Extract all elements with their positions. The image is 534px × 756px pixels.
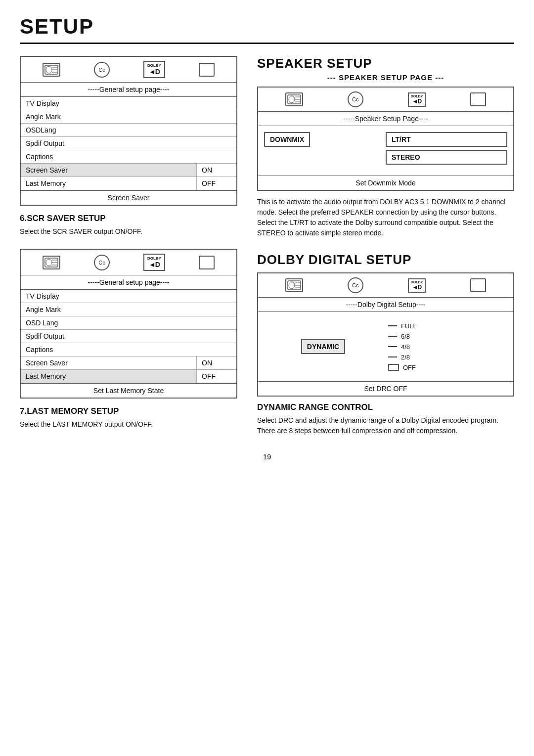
last-memory-title: 7.LAST MEMORY SETUP	[20, 406, 237, 416]
table-row: OSD Lang	[21, 316, 236, 330]
speaker-grid: DOWNMIX LT/RT STEREO	[258, 126, 513, 176]
speaker-setup-title: SPEAKER SETUP	[257, 56, 514, 71]
left-column: Cc DOLBY ◄D -----General setup page---- …	[20, 56, 237, 438]
row-angle-mark: Angle Mark	[21, 110, 236, 123]
small-box-icon-2	[199, 256, 215, 269]
list-item: OFF	[388, 362, 508, 373]
speaker-description: This is to activate the audio output fro…	[257, 197, 514, 238]
table-row: Last Memory OFF	[21, 370, 236, 383]
cc-icon-1: Cc	[94, 62, 110, 78]
range-tick	[388, 325, 397, 326]
cc-icon-2: Cc	[94, 255, 110, 270]
speaker-setup-section: SPEAKER SETUP --- SPEAKER SETUP PAGE ---	[257, 56, 514, 238]
dolby-screen-icons: Cc DOLBY ◄D	[258, 273, 513, 298]
right-column: SPEAKER SETUP --- SPEAKER SETUP PAGE ---	[257, 56, 514, 438]
svg-point-6	[46, 259, 52, 266]
table-row: Angle Mark	[21, 110, 236, 124]
disc-icon-dolby	[285, 278, 303, 292]
dolby-screen: Cc DOLBY ◄D -----Dolby Digital Setup----…	[257, 272, 514, 397]
disc-icon-sp	[285, 92, 303, 106]
screen1-footer: Screen Saver	[21, 190, 236, 205]
row-screen-saver: Screen Saver	[21, 164, 197, 177]
list-item: FULL	[388, 321, 508, 331]
small-box-icon-sp	[470, 92, 486, 106]
row-tv-display-2: TV Display	[21, 290, 236, 303]
row-osd-lang: OSD Lang	[21, 316, 236, 329]
range-list: FULL 6/8 4/8 2/8	[388, 321, 508, 373]
list-item: 6/8	[388, 331, 508, 342]
lt-rt-button: LT/RT	[386, 132, 507, 147]
row-spdif: Spdif Output	[21, 137, 236, 150]
dolby-icon-1: DOLBY ◄D	[143, 61, 165, 78]
table-row: TV Display	[21, 290, 236, 303]
table-row: Spdif Output	[21, 137, 236, 150]
speaker-screen-header: -----Speaker Setup Page----	[258, 112, 513, 126]
table-row: OSDLang	[21, 124, 236, 137]
range-off: OFF	[403, 364, 416, 371]
row-screen-saver-2: Screen Saver	[21, 356, 197, 369]
dolby-screen-header: -----Dolby Digital Setup----	[258, 298, 513, 312]
stereo-button: STEREO	[386, 150, 507, 165]
dynamic-range-title: DYNAMIC RANGE CONTROL	[257, 402, 514, 412]
screen1-header: -----General setup page----	[21, 83, 236, 97]
last-memory-body: Select the LAST MEMORY output ON/OFF.	[20, 419, 237, 430]
dolby-setup-title: DOLBY DIGITAL SETUP	[257, 252, 514, 267]
disc-icon-1	[43, 63, 60, 77]
svg-point-16	[289, 282, 295, 289]
range-6-8: 6/8	[401, 333, 410, 340]
dolby-icon-2: DOLBY ◄D	[143, 254, 165, 271]
table-row: Captions	[21, 343, 236, 356]
dolby-screen-footer: Set DRC OFF	[258, 381, 513, 396]
range-off-box	[388, 364, 399, 371]
small-box-icon-1	[199, 63, 215, 77]
row-captions-2: Captions	[21, 343, 236, 356]
dynamic-range-control-section: DYNAMIC RANGE CONTROL Select DRC and adj…	[257, 402, 514, 436]
table-row: TV Display	[21, 97, 236, 110]
range-4-8: 4/8	[401, 343, 410, 351]
dolby-icon-dolby: DOLBY ◄D	[408, 278, 426, 293]
cc-icon-sp: Cc	[348, 91, 363, 107]
screen-box-2: Cc DOLBY ◄D -----General setup page---- …	[20, 249, 237, 399]
speaker-screen-icons: Cc DOLBY ◄D	[258, 88, 513, 112]
downmix-button: DOWNMIX	[264, 132, 310, 147]
screen2-header: -----General setup page----	[21, 275, 236, 290]
speaker-screen-footer: Set Downmix Mode	[258, 176, 513, 190]
row-angle-mark-2: Angle Mark	[21, 303, 236, 316]
speaker-right-options: LT/RT STEREO	[386, 132, 507, 165]
table-row: Spdif Output	[21, 330, 236, 343]
row-osdlang: OSDLang	[21, 124, 236, 136]
svg-point-1	[46, 66, 52, 73]
screen2-footer: Set Last Memory State	[21, 383, 236, 398]
row-last-memory-2: Last Memory	[21, 370, 197, 383]
row-captions: Captions	[21, 150, 236, 163]
screen-box-1: Cc DOLBY ◄D -----General setup page---- …	[20, 56, 237, 206]
dynamic-range-body: Select DRC and adjust the dynamic range …	[257, 415, 514, 436]
page-number: 19	[20, 452, 514, 461]
table-row: Captions	[21, 150, 236, 164]
cc-icon-dolby: Cc	[348, 277, 363, 293]
dolby-icon-sp: DOLBY ◄D	[408, 92, 426, 107]
screen-icons-1: Cc DOLBY ◄D	[21, 57, 236, 83]
last-memory-value-2: OFF	[197, 370, 236, 383]
list-item: 2/8	[388, 352, 508, 362]
scr-saver-section: 6.SCR SAVER SETUP Select the SCR SAVER o…	[20, 214, 237, 237]
screen-icons-2: Cc DOLBY ◄D	[21, 250, 236, 275]
dolby-grid: DYNAMIC FULL 6/8 4/8	[258, 312, 513, 381]
dynamic-button: DYNAMIC	[301, 339, 345, 354]
screen-saver-value: ON	[197, 164, 236, 177]
range-tick	[388, 356, 397, 357]
dynamic-cell: DYNAMIC	[263, 339, 383, 354]
range-tick	[388, 336, 397, 337]
svg-point-11	[289, 96, 295, 103]
speaker-screen: Cc DOLBY ◄D -----Speaker Setup Page---- …	[257, 87, 514, 191]
disc-icon-2	[43, 256, 60, 269]
page-title: SETUP	[20, 15, 514, 44]
row-tv-display: TV Display	[21, 97, 236, 110]
scr-saver-title: 6.SCR SAVER SETUP	[20, 214, 237, 223]
table-row: Screen Saver ON	[21, 164, 236, 177]
range-full: FULL	[401, 322, 417, 330]
table-row: Angle Mark	[21, 303, 236, 316]
last-memory-section: 7.LAST MEMORY SETUP Select the LAST MEMO…	[20, 406, 237, 430]
list-item: 4/8	[388, 342, 508, 352]
dolby-setup-section: DOLBY DIGITAL SETUP Cc	[257, 252, 514, 436]
